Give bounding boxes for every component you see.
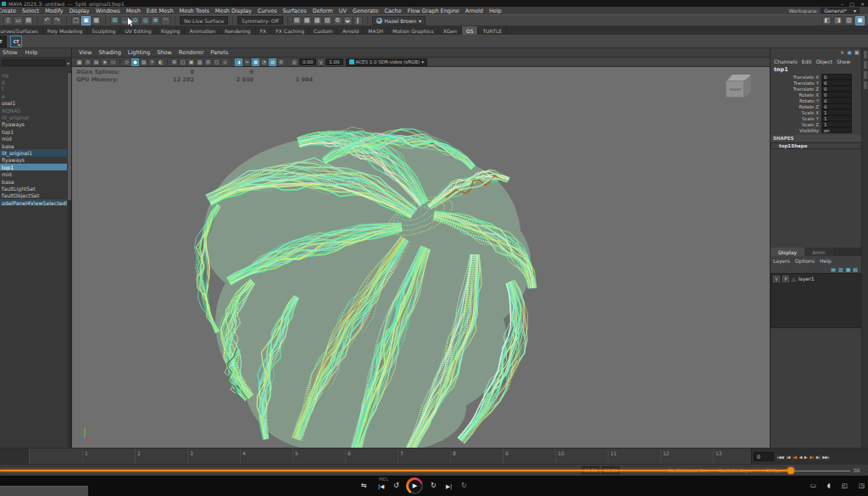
- lock-camera-icon[interactable]: ⊙: [84, 59, 92, 66]
- menu-windows[interactable]: Windows: [92, 8, 123, 14]
- gamma-field[interactable]: 1.00: [326, 59, 342, 65]
- next-button[interactable]: ▶|: [446, 482, 452, 492]
- shelf-tool-2[interactable]: CT: [10, 36, 22, 47]
- outliner-menu-help[interactable]: Help: [25, 49, 38, 56]
- modeling-toolkit-toggle-icon[interactable]: ◧: [822, 16, 832, 25]
- new-scene-icon[interactable]: ▯: [3, 16, 13, 25]
- outliner-item-faultobjectset[interactable]: faultObjectSet: [0, 192, 67, 199]
- select-camera-icon[interactable]: ▦: [75, 59, 83, 66]
- menu-create[interactable]: Create: [0, 8, 19, 14]
- symmetry-field[interactable]: Symmetry: Off: [237, 16, 282, 25]
- filter-icon[interactable]: ▾: [67, 60, 70, 66]
- select-hierarchy-icon[interactable]: ▢: [71, 16, 81, 25]
- shelf-tab-custom[interactable]: Custom: [309, 26, 338, 35]
- layer-tab-display[interactable]: Display: [771, 248, 804, 256]
- shelf-tab-rendering[interactable]: Rendering: [220, 26, 256, 35]
- menu-mesh-display[interactable]: Mesh Display: [212, 8, 254, 14]
- screen-space-ao-icon[interactable]: ◑: [235, 59, 242, 66]
- xray-icon[interactable]: ▨: [269, 59, 276, 66]
- outliner-item-faultlightset[interactable]: faultLightSet: [0, 185, 67, 192]
- shelf-tab-rigging[interactable]: Rigging: [157, 26, 186, 35]
- shelf-tab-curves-surfaces[interactable]: Curves/Surfaces: [0, 26, 43, 35]
- minimize-button[interactable]: –: [841, 1, 843, 7]
- shelf-tab-xgen[interactable]: XGen: [439, 26, 462, 35]
- snap-point-icon[interactable]: ⊙: [131, 16, 140, 25]
- menu-arnold[interactable]: Arnold: [462, 8, 486, 14]
- channelbox-menu-show[interactable]: Show: [837, 59, 850, 64]
- save-scene-icon[interactable]: ▤: [24, 16, 33, 25]
- menu-uv[interactable]: UV: [336, 8, 349, 14]
- shelf-tab-gs[interactable]: GS: [462, 26, 478, 35]
- textured-icon[interactable]: ▧: [140, 59, 147, 66]
- channelbox-menu-object[interactable]: Object: [815, 59, 832, 64]
- outliner-item-top1[interactable]: top1: [0, 164, 67, 170]
- safe-action-icon[interactable]: ◻: [213, 59, 220, 66]
- shelf-tab-fx-caching[interactable]: FX Caching: [271, 26, 309, 35]
- outliner-scrollbar[interactable]: [68, 71, 71, 448]
- shelf-tab-animation[interactable]: Animation: [185, 26, 220, 35]
- play-button[interactable]: ▶: [406, 477, 423, 494]
- layer-row[interactable]: V P △ layer1: [771, 274, 861, 283]
- attribute-value[interactable]: 1: [821, 121, 852, 127]
- step-back-key-button[interactable]: |◀: [792, 454, 797, 460]
- menu-mesh[interactable]: Mesh: [123, 8, 143, 14]
- layer-move-icon[interactable]: ▧: [853, 266, 858, 272]
- menu-curves[interactable]: Curves: [254, 8, 280, 14]
- menu-edit-mesh[interactable]: Edit Mesh: [143, 8, 176, 14]
- exposure-field[interactable]: 0.00: [299, 59, 316, 65]
- shelf-tab-fx[interactable]: FX: [256, 26, 272, 35]
- make-live-icon[interactable]: ◠: [161, 16, 170, 25]
- multisample-icon[interactable]: ▩: [252, 59, 259, 66]
- outliner-item-e[interactable]: e: [0, 92, 67, 99]
- select-object-icon[interactable]: ▣: [81, 16, 91, 25]
- viewport-menu-view[interactable]: View: [76, 49, 94, 56]
- select-component-icon[interactable]: ▦: [92, 16, 101, 25]
- camera-attributes-icon[interactable]: ▤: [92, 59, 100, 66]
- step-forward-key-button[interactable]: ▶|: [810, 454, 815, 460]
- attribute-value[interactable]: on: [821, 127, 852, 133]
- ipr-render-icon[interactable]: ▨: [323, 16, 332, 25]
- outliner-item-g[interactable]: g: [0, 78, 67, 85]
- outliner-item-base[interactable]: base: [0, 142, 67, 149]
- layer-playback-toggle[interactable]: P: [782, 276, 789, 282]
- field-chart-icon[interactable]: ⊟: [204, 59, 212, 66]
- scale-manip-icon[interactable]: ▣: [854, 49, 860, 56]
- open-scene-icon[interactable]: ▭: [14, 16, 23, 25]
- menu-generate[interactable]: Generate: [350, 8, 381, 14]
- attribute-value[interactable]: 0: [821, 74, 852, 80]
- quality-icon[interactable]: ▭: [810, 482, 816, 489]
- volume-icon[interactable]: ◖: [827, 482, 831, 489]
- scrollbar-thumb[interactable]: [68, 73, 71, 200]
- layer-visibility-toggle[interactable]: V: [773, 276, 780, 282]
- menu-deform[interactable]: Deform: [309, 8, 336, 14]
- gate-mask-icon[interactable]: ▥: [196, 59, 203, 66]
- viewport-menu-renderer[interactable]: Renderer: [176, 49, 207, 56]
- viewport-menu-lighting[interactable]: Lighting: [125, 49, 153, 56]
- menu-help[interactable]: Help: [486, 8, 504, 14]
- render-current-frame-icon[interactable]: ▩: [313, 16, 322, 25]
- shelf-tab-arnold[interactable]: Arnold: [338, 26, 364, 35]
- shuffle-button[interactable]: ⇆: [361, 481, 367, 490]
- outliner-item-base[interactable]: base: [0, 178, 67, 185]
- menu-modify[interactable]: Modify: [42, 8, 67, 14]
- colorspace-selector[interactable]: ACES 1.0 SDR-video (sRGB)▾: [346, 59, 427, 66]
- exposure-icon[interactable]: ◎: [291, 59, 298, 66]
- shelf-tab-motion-graphics[interactable]: Motion Graphics: [388, 26, 439, 35]
- outliner-item-flyaways[interactable]: flyaways: [0, 157, 67, 164]
- video-progress-handle[interactable]: [787, 467, 794, 474]
- channel-box-object-name[interactable]: top1: [774, 66, 788, 73]
- time-ruler[interactable]: 12345678910111213: [0, 449, 750, 465]
- undo-icon[interactable]: ↶: [42, 16, 52, 25]
- maximize-button[interactable]: □: [849, 1, 854, 7]
- bookmark-icon[interactable]: ◈: [101, 59, 108, 66]
- menu-flow-graph-engine[interactable]: Flow Graph Engine: [404, 8, 462, 14]
- play-backwards-button[interactable]: ◀: [798, 454, 802, 460]
- rewind-button[interactable]: ↺: [393, 481, 399, 490]
- snap-projected-icon[interactable]: ◎: [141, 16, 150, 25]
- repeat-button[interactable]: ↻: [461, 481, 467, 490]
- pip-icon[interactable]: ◰: [842, 482, 848, 489]
- go-to-start-button[interactable]: |◀◀: [776, 454, 784, 460]
- depth-of-field-icon[interactable]: ◔: [260, 59, 268, 66]
- go-to-end-button[interactable]: ▶▶|: [822, 454, 830, 460]
- video-progress-bar[interactable]: [0, 470, 791, 471]
